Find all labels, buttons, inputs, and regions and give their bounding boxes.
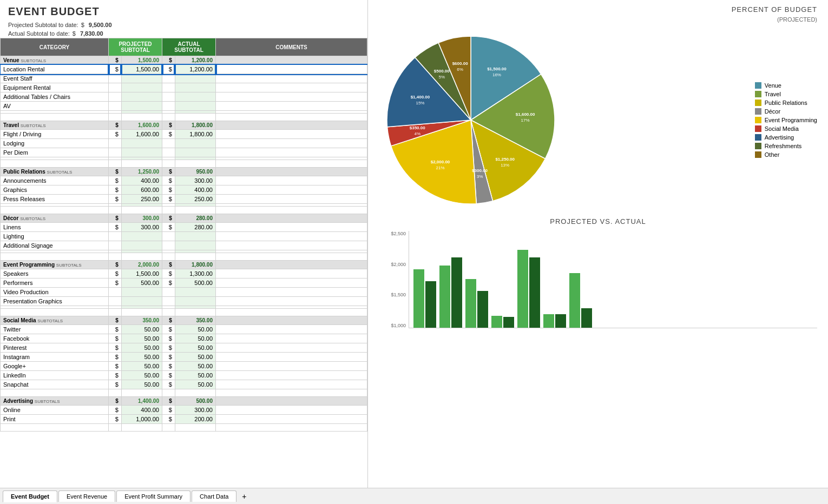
item-actual-value: [175, 241, 215, 250]
table-row[interactable]: Speakers $ 1,500.00 $ 1,300.00: [1, 269, 367, 278]
item-comments: [216, 83, 367, 92]
table-row[interactable]: Lodging: [1, 139, 367, 148]
item-name: Performers: [1, 278, 109, 288]
item-actual-dollar: $: [162, 195, 175, 204]
item-name: Instagram: [1, 353, 109, 362]
table-row[interactable]: Video Production: [1, 288, 367, 297]
item-proj-dollar: $: [109, 223, 122, 232]
tab[interactable]: Event Profit Summary: [116, 490, 190, 502]
actual-value: 1,800.00: [175, 261, 215, 269]
table-row: Public Relations SUBTOTALS $ 1,250.00 $ …: [1, 168, 367, 176]
category-name: Social Media SUBTOTALS: [1, 316, 109, 325]
item-name: Twitter: [1, 325, 109, 334]
table-row[interactable]: Performers $ 500.00 $ 500.00: [1, 278, 367, 288]
table-row[interactable]: Online $ 400.00 $ 300.00: [1, 406, 367, 415]
item-comments: [216, 195, 367, 204]
actual-dollar: $: [162, 56, 175, 65]
item-name: AV: [1, 102, 109, 111]
item-proj-dollar: $: [109, 362, 122, 371]
bar-projected: [517, 250, 528, 328]
item-proj-dollar: [109, 241, 122, 250]
table-row[interactable]: Lighting: [1, 232, 367, 241]
proj-dollar: $: [109, 214, 122, 223]
item-name: Speakers: [1, 269, 109, 278]
bar-group: [491, 316, 514, 328]
bar-projected: [439, 266, 450, 328]
comments: [216, 121, 367, 130]
bar-group: [465, 279, 488, 328]
item-actual-value: 250.00: [175, 195, 215, 204]
table-row[interactable]: Announcements $ 400.00 $ 300.00: [1, 176, 367, 185]
pie-section: $1,500.0016%$1,600.0017%$1,250.0013%$300…: [379, 28, 817, 212]
table-row[interactable]: Instagram $ 50.00 $ 50.00: [1, 353, 367, 362]
bar-group: [439, 257, 462, 328]
table-row[interactable]: Additional Tables / Chairs: [1, 92, 367, 102]
comments: [216, 316, 367, 325]
legend-color: [755, 82, 761, 89]
item-name: Announcements: [1, 176, 109, 185]
add-tab-button[interactable]: +: [238, 491, 251, 502]
table-row[interactable]: Graphics $ 600.00 $ 400.00: [1, 185, 367, 195]
item-proj-dollar: $: [109, 185, 122, 195]
tab[interactable]: Event Revenue: [58, 490, 115, 502]
table-row[interactable]: Google+ $ 50.00 $ 50.00: [1, 362, 367, 371]
legend-label: Public Relations: [765, 100, 807, 106]
item-name: Presentation Graphics: [1, 297, 109, 306]
actual-dollar: $: [162, 316, 175, 325]
bar-chart-title: PROJECTED vs. ACTUAL: [379, 217, 817, 226]
item-actual-value: 50.00: [175, 380, 215, 389]
item-proj-value: [121, 241, 162, 250]
item-comments: [216, 288, 367, 297]
item-comments: [216, 406, 367, 415]
item-name: Linens: [1, 223, 109, 232]
item-proj-value: 50.00: [121, 325, 162, 334]
item-actual-dollar: [162, 297, 175, 306]
item-actual-dollar: $: [162, 353, 175, 362]
table-row[interactable]: Location Rental $ 1,500.00 $ 1,200.00: [1, 65, 367, 74]
empty-row: [1, 160, 367, 168]
tab[interactable]: Event Budget: [3, 490, 57, 502]
table-row[interactable]: Print $ 1,000.00 $ 200.00: [1, 415, 367, 424]
comments: [216, 261, 367, 269]
table-row[interactable]: Twitter $ 50.00 $ 50.00: [1, 325, 367, 334]
y-label: $2,000: [379, 262, 406, 267]
category-name: Décor SUBTOTALS: [1, 214, 109, 223]
category-name: Public Relations SUBTOTALS: [1, 168, 109, 176]
actual-label: Actual Subtotal to date:: [8, 30, 70, 37]
item-actual-dollar: $: [162, 278, 175, 288]
item-name: Pinterest: [1, 343, 109, 353]
bar-projected: [569, 273, 580, 328]
item-comments: [216, 325, 367, 334]
item-proj-dollar: $: [109, 380, 122, 389]
table-row[interactable]: Event Staff: [1, 74, 367, 83]
table-row[interactable]: Flight / Driving $ 1,600.00 $ 1,800.00: [1, 130, 367, 139]
table-row[interactable]: Pinterest $ 50.00 $ 50.00: [1, 343, 367, 353]
proj-value: 1,400.00: [121, 397, 162, 406]
header-comments: COMMENTS: [216, 38, 367, 56]
item-proj-dollar: [109, 83, 122, 92]
item-proj-value: 300.00: [121, 223, 162, 232]
table-row[interactable]: Equipment Rental: [1, 83, 367, 92]
bar-actual: [425, 281, 436, 328]
item-proj-value: 500.00: [121, 278, 162, 288]
item-name: Flight / Driving: [1, 130, 109, 139]
legend-label: Other: [765, 151, 780, 158]
item-proj-value: 400.00: [121, 176, 162, 185]
item-proj-dollar: $: [109, 130, 122, 139]
table-row[interactable]: AV: [1, 102, 367, 111]
item-actual-value: 1,800.00: [175, 130, 215, 139]
tab[interactable]: Chart Data: [192, 490, 236, 502]
table-row[interactable]: Presentation Graphics: [1, 297, 367, 306]
empty-row: [1, 114, 367, 121]
table-row[interactable]: Facebook $ 50.00 $ 50.00: [1, 334, 367, 343]
table-row[interactable]: Linens $ 300.00 $ 280.00: [1, 223, 367, 232]
table-row[interactable]: LinkedIn $ 50.00 $ 50.00: [1, 371, 367, 380]
item-proj-dollar: $: [109, 325, 122, 334]
item-actual-value: 400.00: [175, 185, 215, 195]
right-panel: PERCENT OF BUDGET (PROJECTED) $1,500.001…: [368, 0, 828, 488]
table-row[interactable]: Press Releases $ 250.00 $ 250.00: [1, 195, 367, 204]
bar-actual: [503, 317, 514, 328]
table-row[interactable]: Additional Signage: [1, 241, 367, 250]
table-row[interactable]: Snapchat $ 50.00 $ 50.00: [1, 380, 367, 389]
table-row[interactable]: Per Diem: [1, 148, 367, 157]
